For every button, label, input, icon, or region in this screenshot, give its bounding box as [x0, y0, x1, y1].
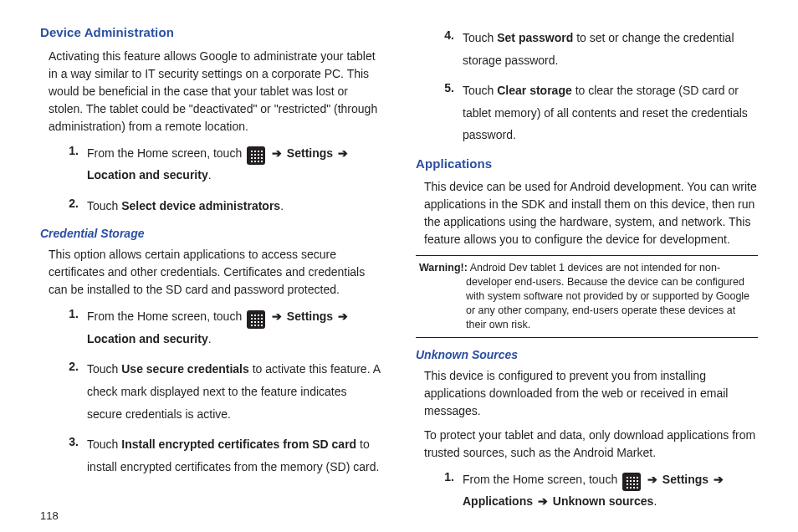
- step-body: Touch Select device administrators.: [87, 195, 382, 217]
- step-item: 1. From the Home screen, touch ➔ Setting…: [40, 142, 382, 187]
- page-number: 118: [40, 509, 59, 522]
- step-bold: Select device administrators: [121, 199, 280, 212]
- step-text: Touch: [87, 362, 121, 376]
- warning-text: Android Dev tablet 1 devices are not int…: [466, 262, 749, 330]
- credential-storage-intro: This option allows certain applications …: [49, 246, 382, 299]
- unknown-sources-p2: To protect your tablet and data, only do…: [424, 427, 758, 462]
- warning-box: Warning!: Android Dev tablet 1 devices a…: [416, 255, 758, 337]
- unknown-sources-p1: This device is configured to prevent you…: [424, 367, 758, 420]
- step-body: Touch Use secure credentials to activate…: [87, 358, 382, 425]
- left-column: Device Administration Activating this fe…: [40, 23, 382, 521]
- arrow-icon: ➔: [336, 309, 350, 323]
- step-bold: Location and security: [87, 332, 208, 345]
- arrow-icon: ➔: [646, 473, 662, 486]
- step-item: 4. Touch Set password to set or change t…: [416, 27, 758, 71]
- step-bold: Unknown sources: [553, 494, 654, 508]
- step-bold: Clear storage: [497, 84, 571, 97]
- step-item: 1. From the Home screen, touch ➔ Setting…: [40, 305, 382, 350]
- step-body: Touch Set password to set or change the …: [463, 27, 758, 71]
- credential-storage-steps-cont: 4. Touch Set password to set or change t…: [416, 27, 758, 146]
- step-text: From the Home screen, touch: [463, 473, 621, 486]
- step-text: From the Home screen, touch: [87, 309, 245, 323]
- arrow-icon: ➔: [712, 473, 725, 486]
- step-body: Touch Clear storage to clear the storage…: [463, 79, 758, 146]
- step-body: From the Home screen, touch ➔ Settings ➔…: [87, 305, 382, 350]
- step-bold: Location and security: [87, 168, 208, 182]
- device-admin-heading: Device Administration: [40, 23, 382, 43]
- step-text: Touch: [87, 437, 121, 451]
- step-item: 1. From the Home screen, touch ➔ Setting…: [416, 468, 758, 513]
- step-item: 2. Touch Use secure credentials to activ…: [40, 358, 382, 425]
- page-columns: Device Administration Activating this fe…: [40, 23, 758, 521]
- applications-intro: This device can be used for Android deve…: [424, 178, 758, 248]
- step-bold: Set password: [497, 31, 573, 44]
- step-text: .: [208, 168, 212, 182]
- device-admin-intro: Activating this feature allows Google to…: [49, 48, 382, 136]
- step-number: 4.: [441, 27, 463, 44]
- arrow-icon: ➔: [270, 146, 287, 160]
- step-number: 1.: [65, 305, 87, 323]
- step-number: 2.: [65, 358, 87, 376]
- step-text: Touch: [463, 84, 497, 97]
- apps-grid-icon: [247, 146, 265, 165]
- step-number: 1.: [441, 468, 463, 486]
- step-item: 2. Touch Select device administrators.: [40, 195, 382, 217]
- unknown-sources-heading: Unknown Sources: [416, 346, 758, 364]
- step-bold: Use secure credentials: [121, 362, 249, 376]
- step-number: 5.: [441, 79, 463, 97]
- step-bold: Settings: [287, 309, 333, 323]
- step-item: 5. Touch Clear storage to clear the stor…: [416, 79, 758, 146]
- apps-grid-icon: [247, 310, 265, 329]
- step-number: 2.: [65, 195, 87, 212]
- step-text: .: [653, 494, 657, 508]
- step-bold: Settings: [287, 146, 333, 160]
- step-body: Touch Install encrypted certificates fro…: [87, 433, 382, 478]
- applications-heading: Applications: [416, 155, 758, 174]
- step-text: Touch: [87, 199, 121, 212]
- unknown-sources-steps: 1. From the Home screen, touch ➔ Setting…: [416, 468, 758, 513]
- step-number: 1.: [65, 142, 87, 160]
- arrow-icon: ➔: [536, 494, 553, 508]
- step-text: .: [280, 199, 284, 212]
- step-body: From the Home screen, touch ➔ Settings ➔…: [87, 142, 382, 187]
- credential-storage-steps: 1. From the Home screen, touch ➔ Setting…: [40, 305, 382, 478]
- arrow-icon: ➔: [270, 309, 287, 323]
- right-column: 4. Touch Set password to set or change t…: [416, 23, 758, 521]
- arrow-icon: ➔: [336, 146, 350, 160]
- step-text: From the Home screen, touch: [87, 146, 245, 160]
- warning-label: Warning!:: [419, 262, 468, 274]
- credential-storage-heading: Credential Storage: [40, 225, 382, 243]
- step-bold: Applications: [463, 494, 536, 508]
- step-text: Touch: [463, 31, 497, 44]
- apps-grid-icon: [622, 473, 641, 491]
- step-bold: Install encrypted certificates from SD c…: [121, 437, 356, 451]
- step-item: 3. Touch Install encrypted certificates …: [40, 433, 382, 478]
- step-text: .: [208, 332, 212, 345]
- step-body: From the Home screen, touch ➔ Settings ➔…: [463, 468, 758, 513]
- step-bold: Settings: [662, 473, 708, 486]
- device-admin-steps: 1. From the Home screen, touch ➔ Setting…: [40, 142, 382, 217]
- step-number: 3.: [65, 433, 87, 451]
